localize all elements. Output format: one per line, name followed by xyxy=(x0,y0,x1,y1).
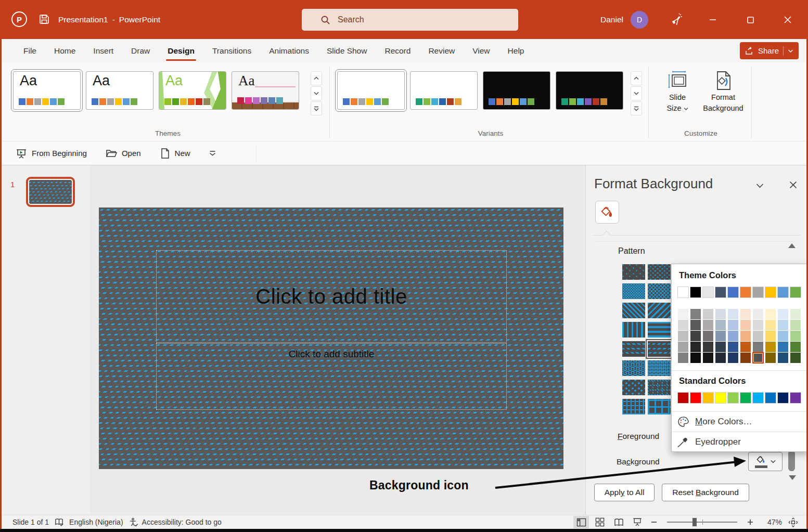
tint-swatch-c1-r3[interactable] xyxy=(678,331,688,341)
tint-swatch-c10-r2[interactable] xyxy=(790,320,801,330)
tint-swatch-c3-r5[interactable] xyxy=(703,353,713,363)
tint-swatch-c2-r4[interactable] xyxy=(690,342,701,352)
pane-scroll-up-icon[interactable] xyxy=(788,243,796,248)
theme-color-swatch-10[interactable] xyxy=(790,287,801,297)
tint-swatch-c7-r1[interactable] xyxy=(753,309,763,319)
search-input[interactable]: Search xyxy=(302,9,518,31)
tint-swatch-c1-r5[interactable] xyxy=(678,353,688,363)
tint-swatch-c5-r5[interactable] xyxy=(728,353,738,363)
pattern-swatch-checkerboard[interactable] xyxy=(622,283,645,299)
variant-thumbnail-variant-3[interactable] xyxy=(483,71,550,110)
close-button[interactable] xyxy=(778,11,797,28)
variant-thumbnail-variant-4[interactable] xyxy=(556,71,623,110)
tint-swatch-c2-r2[interactable] xyxy=(690,320,701,330)
variant-thumbnail-variant-1[interactable] xyxy=(337,71,405,110)
tint-swatch-c10-r4[interactable] xyxy=(790,342,801,352)
themes-scroll-up-icon[interactable] xyxy=(311,71,322,85)
tab-review[interactable]: Review xyxy=(419,39,464,62)
tint-swatch-c6-r1[interactable] xyxy=(740,309,751,319)
pattern-swatch-shingle[interactable] xyxy=(622,380,645,395)
accessibility-button[interactable]: Accessibility: Good to go xyxy=(129,517,222,527)
spellcheck-button[interactable] xyxy=(54,517,64,527)
tint-swatch-c7-r4[interactable] xyxy=(753,342,763,352)
zoom-percentage[interactable]: 47% xyxy=(759,518,782,526)
pattern-swatch-wave-large[interactable] xyxy=(622,360,645,376)
pattern-swatch-dots-sparse[interactable] xyxy=(622,264,645,280)
tint-swatch-c1-r2[interactable] xyxy=(678,320,688,330)
theme-color-swatch-6[interactable] xyxy=(740,287,751,297)
zoom-in-button[interactable] xyxy=(745,516,756,528)
tint-swatch-c9-r4[interactable] xyxy=(778,342,788,352)
tab-design[interactable]: Design xyxy=(159,39,203,62)
tab-insert[interactable]: Insert xyxy=(84,39,122,62)
tint-swatch-c9-r5[interactable] xyxy=(778,353,788,363)
theme-color-swatch-8[interactable] xyxy=(765,287,776,297)
tint-swatch-c5-r1[interactable] xyxy=(728,309,738,319)
toolbar-overflow-icon[interactable] xyxy=(209,150,216,156)
pane-options-chevron-icon[interactable] xyxy=(752,179,767,192)
theme-thumbnail-office[interactable]: Aa xyxy=(13,71,81,110)
tint-swatch-c7-r3[interactable] xyxy=(753,331,763,341)
tint-swatch-c4-r5[interactable] xyxy=(715,353,726,363)
variant-thumbnail-variant-2[interactable] xyxy=(410,71,478,110)
theme-color-swatch-7[interactable] xyxy=(753,287,763,297)
open-button[interactable]: Open xyxy=(106,148,141,159)
variants-gallery-expand-icon[interactable] xyxy=(631,101,642,115)
format-background-button[interactable]: Format Background xyxy=(698,70,748,113)
tab-transitions[interactable]: Transitions xyxy=(203,39,260,62)
tint-swatch-c2-r1[interactable] xyxy=(690,309,701,319)
tab-view[interactable]: View xyxy=(464,39,498,62)
tint-swatch-c3-r2[interactable] xyxy=(703,320,713,330)
tint-swatch-c9-r2[interactable] xyxy=(778,320,788,330)
theme-thumbnail-gallery[interactable]: Aa xyxy=(232,71,299,110)
themes-scroll-down-icon[interactable] xyxy=(311,86,322,100)
minimize-button[interactable] xyxy=(703,11,722,28)
tint-swatch-c5-r4[interactable] xyxy=(728,342,738,352)
standard-color-swatch-2[interactable] xyxy=(690,393,701,403)
pattern-swatch-grid-large[interactable] xyxy=(648,399,671,414)
background-color-button[interactable] xyxy=(748,452,783,471)
tint-swatch-c10-r5[interactable] xyxy=(790,353,801,363)
tint-swatch-c4-r3[interactable] xyxy=(715,331,726,341)
tab-record[interactable]: Record xyxy=(376,39,419,62)
theme-color-swatch-2[interactable] xyxy=(690,287,701,297)
tab-help[interactable]: Help xyxy=(499,39,533,62)
slideshow-view-button[interactable] xyxy=(630,516,645,528)
maximize-button[interactable] xyxy=(741,11,760,28)
tint-swatch-c4-r4[interactable] xyxy=(715,342,726,352)
slide-indicator[interactable]: Slide 1 of 1 xyxy=(12,518,49,526)
tint-swatch-c8-r5[interactable] xyxy=(765,353,776,363)
tint-swatch-c6-r4[interactable] xyxy=(740,342,751,352)
tint-swatch-c7-r5[interactable] xyxy=(753,353,763,363)
pattern-swatch-dash-up[interactable] xyxy=(648,341,671,357)
pane-scroll-down-icon[interactable] xyxy=(789,475,796,480)
pattern-swatch-crosshatch[interactable] xyxy=(648,283,671,299)
fit-slide-to-window-button[interactable] xyxy=(785,516,801,528)
tint-swatch-c6-r3[interactable] xyxy=(740,331,751,341)
zoom-slider[interactable] xyxy=(667,522,737,523)
standard-color-swatch-3[interactable] xyxy=(703,393,713,403)
tint-swatch-c6-r2[interactable] xyxy=(740,320,751,330)
standard-color-swatch-6[interactable] xyxy=(740,393,751,403)
avatar[interactable]: D xyxy=(631,11,648,29)
theme-thumbnail-facet[interactable]: Aa xyxy=(159,71,226,110)
theme-color-swatch-4[interactable] xyxy=(715,287,726,297)
feedback-megaphone-icon[interactable] xyxy=(669,11,684,28)
language-button[interactable]: English (Nigeria) xyxy=(69,518,123,526)
standard-color-swatch-1[interactable] xyxy=(678,393,688,403)
slide-canvas[interactable]: Click to add title Click to add subtitle xyxy=(99,207,563,469)
tint-swatch-c9-r1[interactable] xyxy=(778,309,788,319)
tint-swatch-c7-r2[interactable] xyxy=(753,320,763,330)
zoom-slider-thumb[interactable] xyxy=(692,518,697,526)
pattern-swatch-grid-small[interactable] xyxy=(622,399,645,414)
tint-swatch-c3-r3[interactable] xyxy=(703,331,713,341)
tint-swatch-c8-r3[interactable] xyxy=(765,331,776,341)
slide-thumbnail[interactable] xyxy=(26,177,75,207)
tint-swatch-c4-r2[interactable] xyxy=(715,320,726,330)
reset-background-button[interactable]: Reset Background xyxy=(662,484,749,501)
tint-swatch-c3-r1[interactable] xyxy=(703,309,713,319)
tint-swatch-c8-r2[interactable] xyxy=(765,320,776,330)
standard-color-swatch-5[interactable] xyxy=(728,393,738,403)
pattern-swatch-wave-small[interactable] xyxy=(648,360,671,376)
pattern-swatch-horizontal[interactable] xyxy=(648,322,671,338)
